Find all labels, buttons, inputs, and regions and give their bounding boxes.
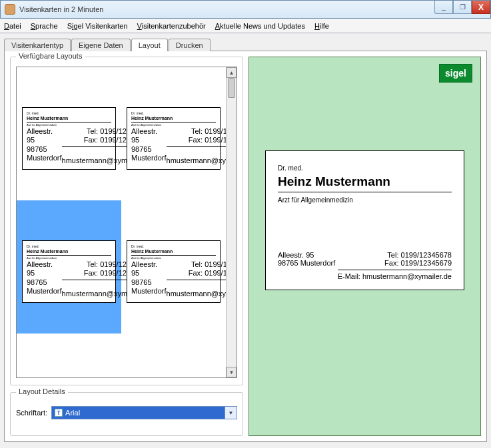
group-legend-details: Layout Details (16, 387, 68, 395)
window-titlebar: Visitenkarten in 2 Minuten _ ❐ X (0, 0, 491, 19)
group-layout-details: Layout Details Schriftart: T Arial ▼ (10, 392, 243, 436)
layout-mini-card: Dr. med. Heinz Mustermann Arzt für Allge… (127, 240, 221, 303)
minimize-button[interactable]: _ (434, 1, 453, 14)
scroll-up-button[interactable]: ▲ (227, 67, 237, 78)
card-contact: Tel: 0199/12345678 Fax: 0199/12345679 E-… (338, 251, 452, 280)
group-legend-available: Verfügbare Layouts (16, 52, 85, 60)
menu-datei[interactable]: Datei (4, 22, 21, 30)
app-icon (5, 4, 15, 15)
tab-layout[interactable]: Layout (131, 39, 168, 51)
tab-visitenkartentyp[interactable]: Visitenkartentyp (4, 39, 71, 51)
scroll-down-button[interactable]: ▼ (227, 367, 237, 377)
layout-list[interactable]: Dr. med. Heinz Mustermann Arzt für Allge… (16, 67, 237, 378)
menu-hilfe[interactable]: Hilfe (314, 22, 329, 30)
layout-thumbnail[interactable]: Dr. med. Heinz Mustermann Arzt für Allge… (121, 67, 226, 200)
business-card-preview: Dr. med. Heinz Mustermann Arzt für Allge… (265, 150, 464, 290)
layout-thumbnail[interactable]: Dr. med. Heinz Mustermann Arzt für Allge… (17, 67, 121, 200)
truetype-icon: T (55, 409, 63, 417)
layout-thumbnail[interactable]: Dr. med. Heinz Mustermann Arzt für Allge… (121, 200, 226, 334)
menu-sigel-visitenkarten[interactable]: Sigel Visitenkarten (67, 22, 128, 30)
layout-scrollbar[interactable]: ▲ ▼ (226, 67, 237, 377)
menu-news[interactable]: Aktuelle News und Updates (215, 22, 305, 30)
layout-thumbnail-selected[interactable]: Dr. med. Heinz Mustermann Arzt für Allge… (17, 200, 121, 334)
card-name: Heinz Mustermann (278, 174, 452, 189)
tab-eigene-daten[interactable]: Eigene Daten (71, 39, 131, 51)
layout-mini-card: Dr. med. Heinz Mustermann Arzt für Allge… (22, 240, 116, 303)
menu-sprache[interactable]: Sprache (31, 22, 58, 30)
tab-strip: Visitenkartentyp Eigene Daten Layout Dru… (4, 36, 487, 51)
font-combobox[interactable]: T Arial ▼ (51, 406, 237, 419)
tab-drucken[interactable]: Drucken (169, 39, 211, 51)
card-prefix: Dr. med. (278, 164, 452, 172)
font-value: Arial (65, 409, 80, 417)
window-title: Visitenkarten in 2 Minuten (19, 5, 103, 13)
group-available-layouts: Verfügbare Layouts Dr. med. Heinz Muster… (10, 57, 243, 385)
card-divider (278, 192, 452, 192)
client-area: Visitenkartentyp Eigene Daten Layout Dru… (0, 33, 491, 448)
maximize-button[interactable]: ❐ (453, 1, 472, 14)
sigel-logo: sigel (439, 64, 472, 83)
scroll-thumb[interactable] (228, 78, 235, 98)
menu-zubehoer[interactable]: Visitenkartenzubehör (137, 22, 206, 30)
font-label: Schriftart: (16, 409, 47, 417)
menu-bar: Datei Sprache Sigel Visitenkarten Visite… (0, 19, 491, 33)
layout-mini-card: Dr. med. Heinz Mustermann Arzt für Allge… (127, 107, 221, 170)
close-button[interactable]: X (472, 1, 490, 14)
preview-panel: sigel Dr. med. Heinz Mustermann Arzt für… (248, 57, 481, 436)
card-subtitle: Arzt für Allgemeinmedizin (278, 196, 452, 204)
card-address: Alleestr. 95 98765 Musterdorf (278, 251, 335, 280)
tab-page-layout: Verfügbare Layouts Dr. med. Heinz Muster… (4, 51, 487, 442)
chevron-down-icon[interactable]: ▼ (225, 407, 237, 419)
layout-mini-card: Dr. med. Heinz Mustermann Arzt für Allge… (22, 107, 116, 170)
